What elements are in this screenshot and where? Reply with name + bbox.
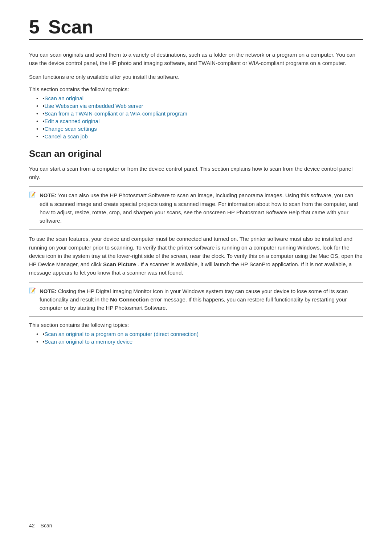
chapter-number: 5 xyxy=(29,17,40,36)
footer-page-number: 42 xyxy=(29,523,35,528)
link-twain-wia[interactable]: Scan from a TWAIN-compliant or a WIA-com… xyxy=(45,110,187,117)
intro-paragraph-2: Scan functions are only available after … xyxy=(29,73,363,81)
note-bold-no-connection: No Connection xyxy=(110,296,149,303)
note-block-2: 📝 NOTE: Closing the HP Digital Imaging M… xyxy=(29,282,363,317)
link-edit-scanned[interactable]: Edit a scanned original xyxy=(45,118,100,124)
topics-intro-label: This section contains the following topi… xyxy=(29,86,363,92)
note-icon-2: 📝 xyxy=(29,287,36,294)
intro-paragraph-1: You can scan originals and send them to … xyxy=(29,50,363,68)
note-body-1: You can also use the HP Photosmart Softw… xyxy=(40,192,358,224)
scan-features-paragraph: To use the scan features, your device an… xyxy=(29,235,363,277)
list-item: • Scan from a TWAIN-compliant or a WIA-c… xyxy=(36,110,363,117)
note-block-1: 📝 NOTE: You can also use the HP Photosma… xyxy=(29,186,363,230)
note-content-1: NOTE: You can also use the HP Photosmart… xyxy=(40,191,363,225)
footer-section-name: Scan xyxy=(41,523,52,528)
list-item: • Change scan settings xyxy=(36,126,363,132)
list-item: • Scan an original to a program on a com… xyxy=(36,331,363,337)
list-item: • Edit a scanned original xyxy=(36,118,363,124)
scan-an-original-heading: Scan an original xyxy=(29,148,363,159)
link-scan-to-memory[interactable]: Scan an original to a memory device xyxy=(45,339,133,345)
note-label-1: NOTE: xyxy=(40,192,57,198)
link-scan-an-original[interactable]: Scan an original xyxy=(45,95,84,101)
page-header: 5 Scan xyxy=(29,17,363,40)
list-item: • Cancel a scan job xyxy=(36,133,363,139)
page-footer: 42 Scan xyxy=(29,523,363,528)
note-label-2: NOTE: xyxy=(40,288,57,294)
main-topics-list: • Scan an original • Use Webscan via emb… xyxy=(29,95,363,139)
list-item: • Scan an original to a memory device xyxy=(36,339,363,345)
link-webscan[interactable]: Use Webscan via embedded Web server xyxy=(45,103,143,109)
note-icon-1: 📝 xyxy=(29,191,36,198)
body-bold-scan-picture: Scan Picture xyxy=(103,261,136,267)
scan-original-intro: You can start a scan from a computer or … xyxy=(29,165,363,182)
list-item: • Use Webscan via embedded Web server xyxy=(36,103,363,109)
link-scan-to-program[interactable]: Scan an original to a program on a compu… xyxy=(45,331,199,337)
link-cancel-scan[interactable]: Cancel a scan job xyxy=(45,133,88,139)
note-content-2: NOTE: Closing the HP Digital Imaging Mon… xyxy=(40,287,363,312)
list-item: • Scan an original xyxy=(36,95,363,101)
sub-topics-list: • Scan an original to a program on a com… xyxy=(29,331,363,345)
sub-topics-intro: This section contains the following topi… xyxy=(29,322,363,328)
chapter-title: Scan xyxy=(48,17,93,36)
link-scan-settings[interactable]: Change scan settings xyxy=(45,126,97,132)
